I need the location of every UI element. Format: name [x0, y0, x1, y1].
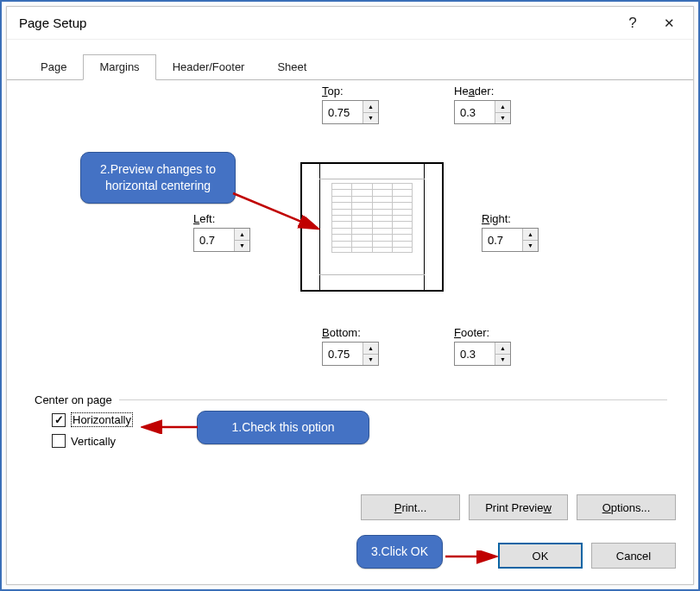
value-right[interactable]: 0.7	[482, 229, 522, 251]
value-bottom[interactable]: 0.75	[323, 343, 363, 365]
label-top: Top:	[322, 85, 379, 97]
page-setup-dialog: Page Setup ? ✕ Page Margins Header/Foote…	[6, 6, 694, 585]
spin-up-icon[interactable]: ▲	[523, 229, 538, 241]
titlebar: Page Setup ? ✕	[7, 7, 693, 40]
close-button[interactable]: ✕	[650, 16, 688, 31]
ok-button[interactable]: OK	[498, 543, 583, 569]
dialog-title: Page Setup	[19, 16, 615, 30]
tab-page[interactable]: Page	[24, 54, 83, 80]
tab-sheet[interactable]: Sheet	[261, 54, 323, 80]
spin-up-icon[interactable]: ▲	[495, 343, 510, 355]
margin-preview	[300, 162, 444, 292]
spin-up-icon[interactable]: ▲	[363, 101, 378, 113]
spin-down-icon[interactable]: ▼	[363, 113, 378, 124]
value-footer[interactable]: 0.3	[455, 343, 495, 365]
print-preview-button[interactable]: Print Preview	[469, 494, 568, 520]
label-footer: Footer:	[454, 326, 511, 339]
checkbox-vertically[interactable]	[52, 434, 66, 448]
help-button[interactable]: ?	[615, 15, 650, 32]
tab-margins[interactable]: Margins	[83, 54, 155, 80]
options-button[interactable]: Options...	[577, 494, 676, 520]
spin-down-icon[interactable]: ▼	[235, 241, 249, 252]
spinner-left[interactable]: 0.7 ▲▼	[193, 228, 250, 252]
callout-check: 1.Check this option	[197, 411, 369, 444]
spinner-bottom[interactable]: 0.75 ▲▼	[322, 342, 379, 366]
value-header[interactable]: 0.3	[455, 101, 495, 123]
label-right: Right:	[482, 212, 539, 225]
label-header: Header:	[454, 85, 511, 97]
margins-panel: Top: 0.75 ▲▼ Header: 0.3 ▲▼ Left: 0.7	[24, 85, 676, 517]
spin-up-icon[interactable]: ▲	[363, 343, 378, 355]
label-vertically: Vertically	[71, 435, 116, 448]
value-top[interactable]: 0.75	[323, 101, 363, 123]
spin-down-icon[interactable]: ▼	[495, 355, 510, 366]
spin-down-icon[interactable]: ▼	[363, 355, 378, 366]
callout-preview: 2.Preview changes to horizontal centerin…	[80, 152, 236, 204]
spin-down-icon[interactable]: ▼	[523, 241, 538, 252]
cancel-button[interactable]: Cancel	[591, 543, 676, 569]
spinner-header[interactable]: 0.3 ▲▼	[454, 100, 511, 124]
print-button[interactable]: Print...	[361, 494, 460, 520]
label-left: Left:	[193, 212, 250, 225]
preview-grid	[331, 183, 413, 255]
center-group-legend: Center on page	[35, 393, 119, 406]
spin-up-icon[interactable]: ▲	[235, 229, 249, 241]
checkbox-horizontally[interactable]	[52, 413, 66, 427]
spin-up-icon[interactable]: ▲	[495, 101, 510, 113]
label-horizontally: Horizontally	[71, 412, 133, 427]
callout-ok: 3.Click OK	[356, 535, 443, 569]
spinner-right[interactable]: 0.7 ▲▼	[482, 228, 539, 252]
tabstrip: Page Margins Header/Footer Sheet	[7, 40, 693, 80]
value-left[interactable]: 0.7	[194, 229, 234, 251]
tab-header-footer[interactable]: Header/Footer	[156, 54, 262, 80]
spinner-top[interactable]: 0.75 ▲▼	[322, 100, 379, 124]
label-bottom: Bottom:	[322, 326, 379, 339]
spin-down-icon[interactable]: ▼	[495, 113, 510, 124]
spinner-footer[interactable]: 0.3 ▲▼	[454, 342, 511, 366]
dialog-buttons: OK Cancel	[498, 543, 676, 569]
action-buttons: Print... Print Preview Options...	[361, 494, 676, 520]
